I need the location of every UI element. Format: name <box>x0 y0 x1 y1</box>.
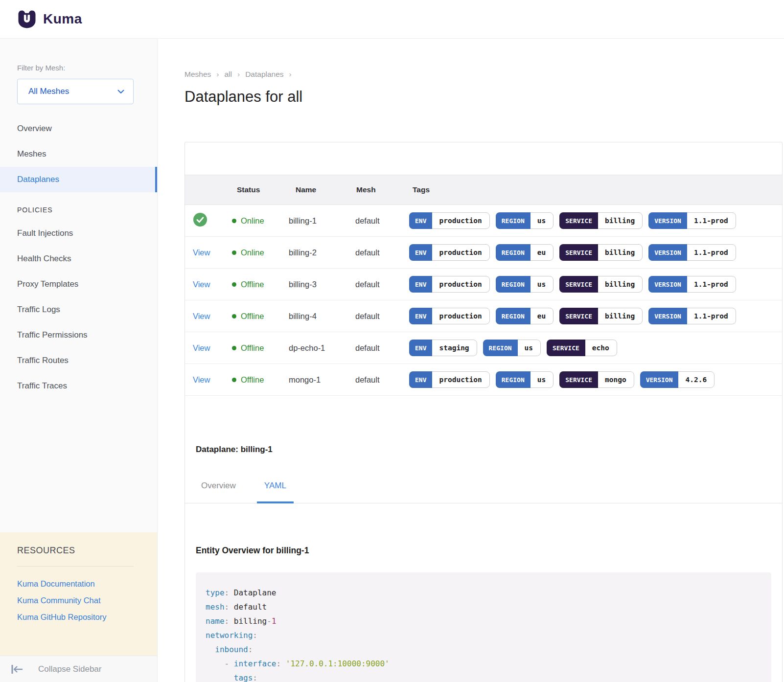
tag-pill: ENV production <box>409 371 490 388</box>
tag-value: billing <box>598 308 642 324</box>
tab-yaml[interactable]: YAML <box>257 481 294 503</box>
yaml-token-plain <box>206 673 234 682</box>
sidebar-item-dataplanes[interactable]: Dataplanes <box>0 167 157 192</box>
tag-list: ENV production REGION us SERVICE billing… <box>409 276 782 293</box>
sidebar-item-health-checks[interactable]: Health Checks <box>0 246 157 272</box>
tag-key: REGION <box>496 371 530 388</box>
yaml-token-key: networking <box>206 631 253 640</box>
resources-panel: RESOURCES Kuma DocumentationKuma Communi… <box>0 532 157 656</box>
status-text: Online <box>241 248 264 257</box>
status-cell: Offline <box>223 312 278 321</box>
sidebar-nav-label: Meshes <box>17 149 46 159</box>
sidebar-item-fault-injections[interactable]: Fault Injections <box>0 221 157 246</box>
resource-link[interactable]: Kuma GitHub Repository <box>17 609 140 625</box>
tag-value: 1.1-prod <box>687 245 736 260</box>
tag-pill: REGION us <box>483 340 541 356</box>
tag-key: VERSION <box>648 308 687 324</box>
sidebar: Filter by Mesh: All Meshes OverviewMeshe… <box>0 39 158 682</box>
tag-value: eu <box>530 245 553 260</box>
tag-key: SERVICE <box>559 212 598 229</box>
table-toolbar <box>185 142 782 175</box>
status-text: Offline <box>241 312 264 321</box>
table-row: Online billing-1 default ENV production … <box>185 205 782 237</box>
collapse-sidebar-button[interactable]: Collapse Sidebar <box>0 656 157 682</box>
view-link[interactable]: View <box>193 375 210 384</box>
col-header-status: Status <box>223 185 278 194</box>
kuma-bear-icon <box>17 9 37 29</box>
sidebar-item-meshes[interactable]: Meshes <box>0 141 157 167</box>
tag-key: ENV <box>409 244 432 261</box>
sidebar-item-proxy-templates[interactable]: Proxy Templates <box>0 272 157 297</box>
sidebar-item-traffic-logs[interactable]: Traffic Logs <box>0 297 157 322</box>
tag-list: ENV production REGION eu SERVICE billing… <box>409 244 782 261</box>
tag-value: 1.1-prod <box>687 213 736 228</box>
main-content: Meshes›all›Dataplanes› Dataplanes for al… <box>158 39 784 682</box>
dataplanes-card: Status Name Mesh Tags Online billing-1 d… <box>184 142 783 682</box>
tag-key: SERVICE <box>559 244 598 261</box>
sidebar-policy-nav: Fault InjectionsHealth ChecksProxy Templ… <box>0 221 157 399</box>
yaml-line: networking: <box>206 628 761 642</box>
row-action-cell <box>185 212 223 229</box>
status-cell: Offline <box>223 343 278 353</box>
row-action-cell: View <box>185 375 223 385</box>
view-link[interactable]: View <box>193 343 210 352</box>
mesh-name: default <box>355 343 409 353</box>
sidebar-nav-label: Traffic Traces <box>17 381 67 391</box>
tag-key: REGION <box>496 276 530 293</box>
sidebar-nav-label: Health Checks <box>17 254 71 264</box>
tag-key: SERVICE <box>559 308 598 324</box>
yaml-token-string: '127.0.0.1:10000:9000' <box>286 659 390 668</box>
breadcrumb-separator-icon: › <box>237 70 240 79</box>
sidebar-item-traffic-routes[interactable]: Traffic Routes <box>0 348 157 373</box>
tag-value: billing <box>598 213 642 228</box>
yaml-token-punc: : <box>225 602 234 612</box>
table-body: Online billing-1 default ENV production … <box>185 205 782 396</box>
view-link[interactable]: View <box>193 312 210 320</box>
tag-pill: VERSION 1.1-prod <box>648 244 736 261</box>
tag-list: ENV production REGION eu SERVICE billing… <box>409 308 782 324</box>
yaml-line: mesh: default <box>206 600 761 614</box>
breadcrumb-item[interactable]: Meshes <box>184 70 211 79</box>
tag-pill: SERVICE billing <box>559 244 643 261</box>
view-link[interactable]: View <box>193 280 210 289</box>
kuma-logo[interactable]: Kuma <box>17 9 82 29</box>
yaml-line: name: billing-1 <box>206 614 761 628</box>
status-dot-icon <box>232 378 236 382</box>
tab-overview[interactable]: Overview <box>194 481 243 503</box>
dataplane-name: dp-echo-1 <box>278 343 355 353</box>
mesh-name: default <box>355 280 409 289</box>
breadcrumb: Meshes›all›Dataplanes› <box>184 70 292 79</box>
tag-key: VERSION <box>648 212 687 229</box>
policies-heading: POLICIES <box>17 206 157 214</box>
sidebar-item-traffic-traces[interactable]: Traffic Traces <box>0 373 157 399</box>
status-cell: Offline <box>223 280 278 289</box>
resource-link[interactable]: Kuma Documentation <box>17 575 140 592</box>
sidebar-item-traffic-permissions[interactable]: Traffic Permissions <box>0 322 157 348</box>
col-header-tags: Tags <box>409 185 782 194</box>
yaml-token-key: interface <box>234 659 277 668</box>
yaml-token-key: type <box>206 588 225 597</box>
view-link[interactable]: View <box>193 248 210 257</box>
mesh-select[interactable]: All Meshes <box>17 79 134 104</box>
dataplane-detail-heading: Dataplane: billing-1 <box>196 445 782 455</box>
tag-value: production <box>432 245 489 260</box>
status-cell: Online <box>223 248 278 257</box>
tag-value: 4.2.6 <box>678 372 714 387</box>
tag-key: ENV <box>409 371 432 388</box>
tag-key: REGION <box>483 340 518 356</box>
resource-link[interactable]: Kuma Community Chat <box>17 592 140 609</box>
status-text: Online <box>241 216 264 226</box>
sidebar-main-nav: OverviewMeshesDataplanes <box>0 116 157 192</box>
tag-pill: VERSION 4.2.6 <box>640 371 715 388</box>
sidebar-item-overview[interactable]: Overview <box>0 116 157 141</box>
sidebar-nav-label: Dataplanes <box>17 175 59 184</box>
mesh-select-value: All Meshes <box>28 87 69 96</box>
breadcrumb-item[interactable]: Dataplanes <box>245 70 283 79</box>
yaml-token-plain: Dataplane <box>234 588 277 597</box>
tag-pill: SERVICE mongo <box>559 371 634 388</box>
yaml-token-plain: billing <box>234 616 267 626</box>
yaml-token-punc: - <box>267 616 272 626</box>
breadcrumb-item[interactable]: all <box>224 70 232 79</box>
tag-key: SERVICE <box>559 276 598 293</box>
yaml-code-block[interactable]: type: Dataplanemesh: defaultname: billin… <box>196 572 771 682</box>
